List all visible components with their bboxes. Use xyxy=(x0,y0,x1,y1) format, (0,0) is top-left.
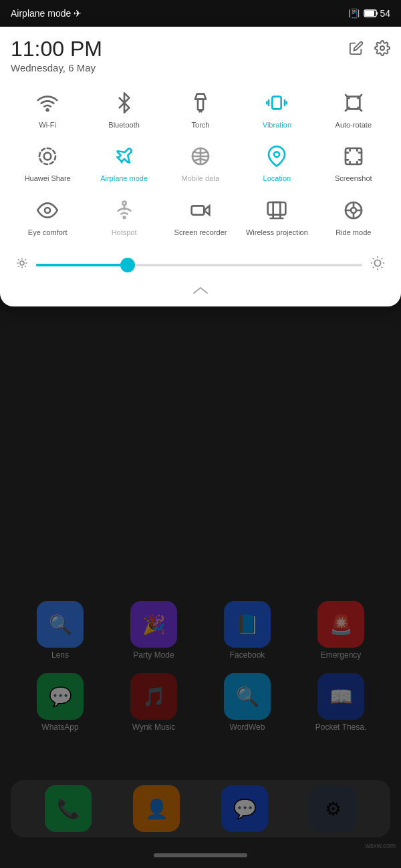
airplane-mode-label: Airplane mode ✈ xyxy=(11,8,82,19)
svg-line-43 xyxy=(382,258,382,259)
location-label: Location xyxy=(263,174,291,183)
wirelessprojection-label: Wireless projection xyxy=(246,228,308,237)
svg-point-35 xyxy=(374,260,380,266)
qs-time: 11:00 PM xyxy=(11,37,102,61)
hotspot-icon xyxy=(114,200,135,224)
svg-rect-16 xyxy=(192,206,205,214)
vibration-icon xyxy=(266,92,287,117)
collapse-arrow[interactable] xyxy=(11,282,390,298)
svg-line-30 xyxy=(25,266,26,267)
status-left: Airplane mode ✈ xyxy=(11,8,82,19)
tile-location[interactable]: Location xyxy=(240,140,313,188)
settings-icon[interactable] xyxy=(374,40,390,60)
tile-ridemode[interactable]: Ride mode xyxy=(317,194,390,242)
battery-icon: 54 xyxy=(364,8,390,19)
app-whatsapp[interactable]: 💬 WhatsApp xyxy=(30,673,90,732)
brightness-row xyxy=(11,253,390,277)
tile-wifi[interactable]: Wi-Fi xyxy=(11,87,84,135)
qs-header-icons xyxy=(349,40,390,60)
screenrecorder-label: Screen recorder xyxy=(174,228,227,237)
svg-point-14 xyxy=(123,216,125,218)
svg-line-34 xyxy=(25,259,26,260)
svg-point-11 xyxy=(274,152,279,158)
app-row-2: 💬 WhatsApp 🎵 Wynk Music 🔍 WordWeb 📖 Pock… xyxy=(0,668,401,737)
tile-eyecomfort[interactable]: Eye comfort xyxy=(11,194,84,242)
brightness-low-icon xyxy=(16,257,28,272)
svg-line-39 xyxy=(382,267,382,268)
svg-point-3 xyxy=(380,46,384,50)
svg-rect-6 xyxy=(273,97,281,110)
brightness-thumb[interactable] xyxy=(120,258,135,272)
qs-date: Wednesday, 6 May xyxy=(11,62,102,73)
tile-autorotate[interactable]: Auto-rotate xyxy=(317,87,390,135)
dock-contacts[interactable]: 👤 xyxy=(126,785,186,832)
bottom-nav-indicator[interactable] xyxy=(154,853,247,857)
eyecomfort-icon xyxy=(37,200,58,224)
svg-rect-5 xyxy=(198,99,203,110)
app-pocketthesaurus[interactable]: 📖 Pocket Thesa. xyxy=(311,673,371,732)
svg-rect-1 xyxy=(365,11,374,16)
svg-point-9 xyxy=(39,148,55,164)
tile-vibration[interactable]: Vibration xyxy=(240,87,313,135)
app-lens[interactable]: 🔍 Lens xyxy=(30,601,90,660)
tile-bluetooth[interactable]: Bluetooth xyxy=(87,87,160,135)
svg-rect-2 xyxy=(376,12,378,15)
tile-huaweishare[interactable]: Huawei Share xyxy=(11,140,84,188)
app-partymode[interactable]: 🎉 Party Mode xyxy=(124,601,184,660)
airplanemode-icon xyxy=(114,146,135,170)
screenshot-label: Screenshot xyxy=(335,174,372,183)
dock-phone[interactable]: 📞 xyxy=(38,785,98,832)
brightness-high-icon xyxy=(370,256,385,274)
mobiledata-label: Mobile data xyxy=(182,174,220,183)
eyecomfort-label: Eye comfort xyxy=(28,228,68,237)
svg-line-29 xyxy=(18,259,19,260)
svg-point-26 xyxy=(20,261,24,265)
wifi-icon xyxy=(37,92,58,117)
tile-screenshot[interactable]: Screenshot xyxy=(317,140,390,188)
app-wynkmusic[interactable]: 🎵 Wynk Music xyxy=(124,673,184,732)
bluetooth-label: Bluetooth xyxy=(108,121,139,130)
svg-point-4 xyxy=(47,110,49,112)
hotspot-label: Hotspot xyxy=(112,228,137,237)
mobiledata-icon xyxy=(190,146,211,170)
dock: 📞 👤 💬 ⚙ xyxy=(11,780,390,837)
screenshot-icon xyxy=(343,146,364,170)
wirelessprojection-icon xyxy=(266,200,287,224)
dock-messages[interactable]: 💬 xyxy=(215,785,275,832)
ridemode-label: Ride mode xyxy=(336,228,371,237)
app-emergency[interactable]: 🚨 Emergency xyxy=(311,601,371,660)
svg-line-33 xyxy=(18,266,19,267)
tile-torch[interactable]: Torch xyxy=(164,87,237,135)
vibrate-icon: 📳 xyxy=(348,8,360,19)
huaweishare-icon xyxy=(37,146,58,170)
tile-screenrecorder[interactable]: Screen recorder xyxy=(164,194,237,242)
tile-wirelessprojection[interactable]: Wireless projection xyxy=(240,194,313,242)
tile-mobiledata[interactable]: Mobile data xyxy=(164,140,237,188)
qs-header: 11:00 PM Wednesday, 6 May xyxy=(11,37,390,73)
ridemode-icon xyxy=(343,200,364,224)
dock-settings[interactable]: ⚙ xyxy=(303,785,363,832)
svg-rect-19 xyxy=(273,202,281,215)
tile-airplanemode[interactable]: Airplane mode xyxy=(87,140,160,188)
bluetooth-icon xyxy=(114,92,135,117)
brightness-slider[interactable] xyxy=(36,264,362,266)
tile-hotspot[interactable]: Hotspot xyxy=(87,194,160,242)
svg-line-42 xyxy=(373,267,374,268)
svg-point-13 xyxy=(45,208,50,213)
quick-settings-panel: 11:00 PM Wednesday, 6 May xyxy=(0,27,401,306)
app-facebook[interactable]: 📘 Facebook xyxy=(217,601,277,660)
brightness-fill xyxy=(36,264,128,266)
airplanemode-label: Airplane mode xyxy=(100,174,148,183)
qs-datetime: 11:00 PM Wednesday, 6 May xyxy=(11,37,102,73)
app-row-1: 🔍 Lens 🎉 Party Mode 📘 Facebook 🚨 Emergen… xyxy=(0,596,401,665)
torch-icon xyxy=(190,92,211,117)
tiles-grid: Wi-Fi Bluetooth Torch xyxy=(11,87,390,242)
edit-icon[interactable] xyxy=(349,41,364,59)
svg-point-8 xyxy=(44,153,51,160)
autorotate-icon xyxy=(343,92,364,117)
svg-rect-18 xyxy=(268,202,286,215)
app-wordweb[interactable]: 🔍 WordWeb xyxy=(217,673,277,732)
autorotate-label: Auto-rotate xyxy=(336,121,372,130)
svg-line-38 xyxy=(373,258,374,259)
screenrecorder-icon xyxy=(190,200,211,224)
